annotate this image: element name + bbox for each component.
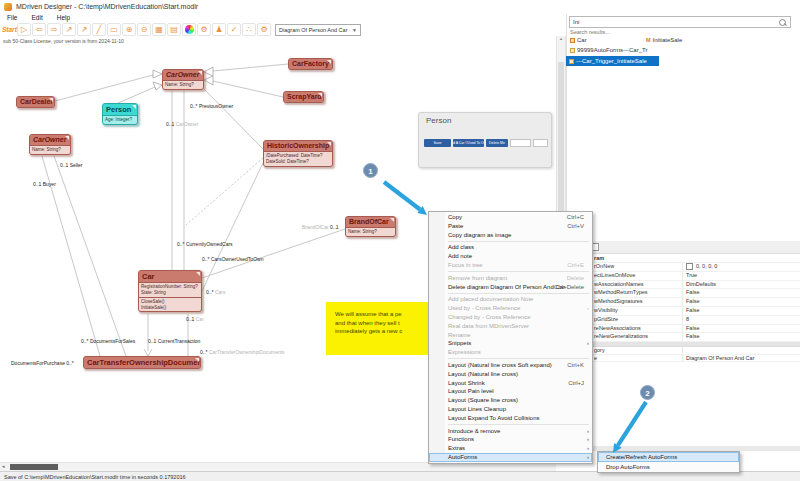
menu-item-layout-pain-level[interactable]: Layout Pain level	[429, 387, 592, 396]
menu-item-add-note[interactable]: Add note	[429, 252, 592, 261]
association-label: 0..* CurrentlyOwnedCars	[177, 241, 233, 247]
class-carfactory[interactable]: CarFactory	[288, 58, 333, 70]
submenu-arrow-icon: ›	[587, 444, 589, 453]
attributes-compartment: /DatePurchased: DateTime?DateSold: DateT…	[264, 151, 332, 166]
preview-controls-row: SaveAdd A Car I Used To OwnDelete Me	[424, 139, 548, 147]
menu-shortcut: Ctrl+J	[568, 379, 584, 388]
menu-item-layout-square-line-cross[interactable]: Layout (Square line cross)	[429, 396, 592, 405]
submenu-arrow-icon: ›	[587, 427, 589, 436]
menu-separator	[448, 424, 589, 425]
menu-separator	[448, 293, 589, 294]
association-label: 0..1 Buyer	[33, 181, 56, 187]
menu-shortcut: Ctrl+Delete	[554, 283, 584, 292]
menu-item-real-data-from-mdrivenserver[interactable]: Real data from MDrivenServer	[429, 322, 592, 331]
menu-item-used-by-cross-reference[interactable]: Used by - Cross Reference›	[429, 304, 592, 313]
class-title: BrandOfCar	[346, 217, 395, 227]
menu-shortcut: Delete	[567, 274, 584, 283]
menu-item-remove-from-diagram[interactable]: Remove from diagramDelete	[429, 274, 592, 283]
attribute: Name: String?	[348, 229, 393, 235]
association-label: 0..* DocumentsForSales	[81, 338, 135, 344]
preview-field[interactable]	[510, 139, 531, 147]
operation: InitiateSale()	[141, 305, 199, 311]
menu-item-functions[interactable]: Functions›	[429, 435, 592, 444]
menu-item-add-placed-documentation-note[interactable]: Add placed documentation Note	[429, 295, 592, 304]
autoforms-submenu: Create/Refresh AutoFormsDrop AutoForms	[597, 451, 740, 473]
attribute: Name: String?	[165, 82, 201, 88]
menu-separator	[448, 271, 589, 272]
class-title: Car	[139, 271, 201, 282]
menu-item-paste[interactable]: PasteCtrl+V	[429, 222, 592, 231]
class-title: HistoricOwnership	[264, 141, 332, 151]
class-cartransferownershipdocument[interactable]: CarTransferOwnershipDocument	[83, 356, 201, 369]
person-autoform-preview: Person SaveAdd A Car I Used To OwnDelete…	[418, 112, 552, 168]
association-label: 0..* CarsOwnerUsedToOwn	[202, 256, 263, 262]
class-cardealer[interactable]: CarDealer	[16, 96, 55, 108]
menu-item-add-class[interactable]: Add class	[429, 243, 592, 252]
menu-shortcut: Ctrl+C	[567, 213, 584, 222]
menu-item-rename[interactable]: Rename	[429, 331, 592, 340]
association-label: 0..* PreviousOwner	[190, 103, 233, 109]
association-label: 0..1 CurrentTransaction	[148, 338, 200, 344]
preview-button[interactable]: Save	[424, 139, 451, 147]
menu-item-layout-natural-line-cross-soft-expand[interactable]: Layout (Natural line cross Soft expand)C…	[429, 361, 592, 370]
menu-item-changed-by-cross-reference[interactable]: Changed by - Cross Reference	[429, 313, 592, 322]
submenu-arrow-icon: ›	[587, 435, 589, 444]
class-person[interactable]: PersonAge: Integer?	[102, 103, 138, 125]
association-label: 0..1 Car	[186, 316, 204, 322]
documentation-fold-icon	[198, 71, 202, 75]
attribute: RegistrationNumber: String?	[141, 284, 199, 290]
documentation-fold-icon	[195, 358, 199, 362]
menu-item-delete-diagram-diagram-of-person-and-car[interactable]: Delete diagram Diagram Of Person And Car…	[429, 283, 592, 292]
context-menu: CopyCtrl+CPasteCtrl+VCopy diagram as ima…	[428, 211, 593, 464]
class-brandofcar[interactable]: BrandOfCarName: String?	[345, 216, 396, 237]
documentation-fold-icon	[327, 60, 331, 64]
menu-item-autoforms[interactable]: AutoForms›	[429, 453, 592, 462]
documentation-fold-icon	[196, 272, 200, 276]
menu-item-expressions[interactable]: Expressions	[429, 348, 592, 357]
documentation-fold-icon	[327, 142, 331, 146]
attribute: State: String	[141, 290, 199, 296]
attributes-compartment: Age: Integer?	[103, 115, 137, 124]
class-carowner[interactable]: CarOwnerName: String?	[162, 69, 204, 90]
attribute: Age: Integer?	[105, 117, 135, 123]
preview-button[interactable]: Add A Car I Used To Own	[453, 139, 484, 147]
menu-item-layout-lines-cleanup[interactable]: Layout Lines Cleanup	[429, 405, 592, 414]
menu-item-copy-diagram-as-image[interactable]: Copy diagram as image	[429, 231, 592, 240]
menu-item-introduce-remove[interactable]: Introduce & remove›	[429, 427, 592, 436]
association-label: 0..1 CarOwner	[166, 121, 199, 127]
submenu-arrow-icon: ›	[587, 339, 589, 348]
menu-separator	[448, 358, 589, 359]
association-label: 0..* CarTransferOwnershipDocuments	[200, 349, 285, 355]
preview-field[interactable]	[533, 139, 548, 147]
callout-step-1: 1	[363, 163, 378, 178]
preview-title: Person	[419, 113, 551, 125]
submenu-item-drop-autoforms[interactable]: Drop AutoForms	[598, 462, 739, 472]
attribute: Name: String?	[32, 147, 68, 153]
documentation-fold-icon	[49, 98, 53, 102]
submenu-item-create-refresh-autoforms[interactable]: Create/Refresh AutoForms	[598, 452, 739, 462]
menu-item-layout-expand-to-avoid-collisions[interactable]: Layout Expand To Avoid Collisions	[429, 414, 592, 423]
documentation-fold-icon	[132, 105, 136, 109]
attributes-compartment: Name: String?	[346, 227, 395, 236]
class-title: CarOwner	[30, 135, 70, 145]
class-historicownership[interactable]: HistoricOwnership/DatePurchased: DateTim…	[263, 140, 333, 167]
attributes-compartment: RegistrationNumber: String?State: String	[139, 282, 201, 297]
attributes-compartment: Name: String?	[30, 145, 70, 154]
operations-compartment: CloseSale()InitiateSale()	[139, 297, 201, 312]
menu-item-layout-shrink[interactable]: Layout ShrinkCtrl+J	[429, 379, 592, 388]
class-carowner[interactable]: CarOwnerName: String?	[29, 134, 71, 155]
documentation-fold-icon	[390, 218, 394, 222]
preview-button[interactable]: Delete Me	[486, 139, 508, 147]
menu-item-extras[interactable]: Extras›	[429, 444, 592, 453]
menu-item-snippets[interactable]: Snippets›	[429, 339, 592, 348]
menu-shortcut: Ctrl+K	[567, 361, 584, 370]
association-label: 0..* Cars	[206, 289, 225, 295]
class-car[interactable]: CarRegistrationNumber: String?State: Str…	[138, 270, 202, 312]
menu-item-copy[interactable]: CopyCtrl+C	[429, 213, 592, 222]
association-label: DocumentsForPurchase 0..*	[11, 360, 74, 366]
submenu-arrow-icon: ›	[587, 304, 589, 313]
menu-item-focus-in-tree[interactable]: Focus in treeCtrl+E	[429, 261, 592, 270]
documentation-fold-icon	[65, 136, 69, 140]
menu-item-layout-natural-line-cross[interactable]: Layout (Natural line cross)	[429, 370, 592, 379]
class-scrapyard[interactable]: ScrapYard	[283, 91, 324, 103]
